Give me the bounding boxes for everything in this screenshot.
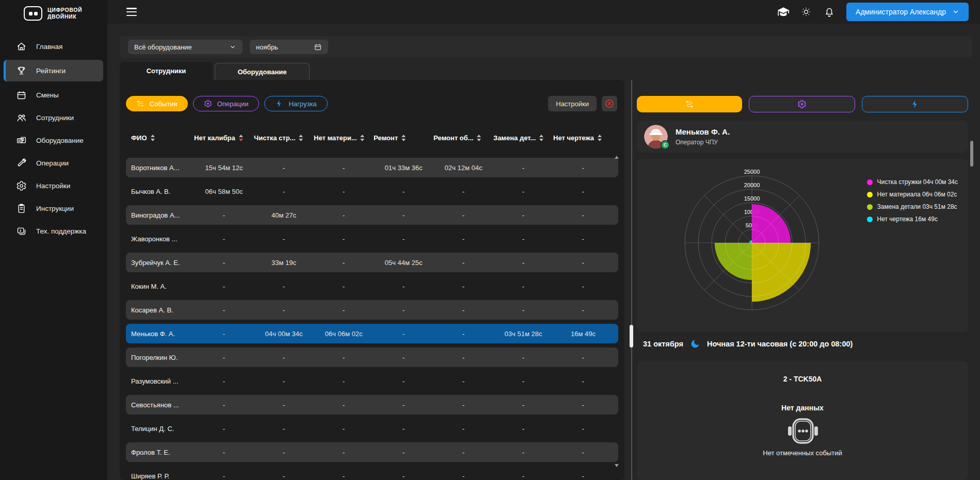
tab-employees[interactable]: Сотрудники xyxy=(120,62,213,80)
column-header-1[interactable]: Нет калибра xyxy=(194,134,254,142)
detail-load-toggle[interactable] xyxy=(862,96,968,112)
education-icon[interactable] xyxy=(777,6,789,18)
sort-arrows-icon[interactable] xyxy=(151,135,155,141)
sort-arrows-icon[interactable] xyxy=(239,135,243,141)
table-row[interactable]: Ширяев Р. Р.------- xyxy=(126,466,618,480)
duration-cell: - xyxy=(553,306,613,314)
table-row[interactable]: Фролов Т. Е.------- xyxy=(126,442,618,462)
duration-cell: 40м 27с xyxy=(254,211,314,219)
sidebar-item-settings[interactable]: Настройки xyxy=(0,175,107,196)
month-picker[interactable]: ноябрь xyxy=(250,40,328,54)
sidebar-item-equipment[interactable]: Оборудование xyxy=(0,129,107,151)
duration-cell: - xyxy=(194,377,254,385)
duration-cell: - xyxy=(194,211,254,219)
duration-cell: - xyxy=(433,283,493,290)
app-root: ЦИФРОВОЙ ДВОЙНИК ГлавнаяРейтингиСменыСот… xyxy=(0,0,980,480)
sidebar-item-tech-support[interactable]: Тех. поддержка xyxy=(0,220,107,242)
table-scroll-down-icon[interactable] xyxy=(615,464,619,467)
duration-cell: - xyxy=(374,472,433,480)
duration-cell: - xyxy=(374,425,433,433)
employee-name: Зубрейчук А. Е. xyxy=(131,259,194,267)
table-row[interactable]: Телицин Д. С.------- xyxy=(126,419,618,438)
sidebar-item-operations[interactable]: Операции xyxy=(0,152,107,174)
duration-cell: - xyxy=(194,235,254,243)
column-header-4[interactable]: Ремонт xyxy=(374,134,433,142)
table-scroll-up-icon[interactable] xyxy=(615,156,619,159)
table-row[interactable]: Севостьянов ...------- xyxy=(126,395,618,415)
theme-sun-icon[interactable] xyxy=(800,6,812,18)
calendar-icon xyxy=(314,43,322,51)
table-row[interactable]: Меньков Ф. А.-04ч 00м 34с06ч 06м 02с--03… xyxy=(126,324,618,343)
table-row[interactable]: Кокин М. А.------- xyxy=(126,276,618,296)
duration-cell: - xyxy=(553,401,613,409)
duration-cell: - xyxy=(194,330,254,338)
duration-cell: - xyxy=(194,472,254,480)
duration-cell: - xyxy=(254,425,314,433)
events-button[interactable]: События xyxy=(126,96,188,111)
duration-cell: - xyxy=(314,259,374,267)
main-scrollbar-track[interactable] xyxy=(631,80,632,480)
table-row[interactable]: Косарев А. В.------- xyxy=(126,300,618,320)
legend-item: Нет чертежа 16м 49с xyxy=(867,216,958,223)
duration-cell: - xyxy=(553,425,613,433)
duration-cell: 01ч 33м 36с xyxy=(374,164,433,172)
duration-cell: 16м 49с xyxy=(553,330,613,338)
duration-cell: 05ч 44м 25с xyxy=(374,259,433,267)
sort-arrows-icon[interactable] xyxy=(598,135,602,141)
sidebar-item-employees[interactable]: Сотрудники xyxy=(0,107,107,128)
sort-arrows-icon[interactable] xyxy=(477,135,481,141)
notifications-bell-icon[interactable] xyxy=(823,6,836,18)
main-scrollbar-thumb[interactable] xyxy=(630,325,633,347)
sidebar-item-home[interactable]: Главная xyxy=(0,36,107,57)
topbar: Администратор Александр xyxy=(107,0,980,24)
duration-cell: - xyxy=(374,283,433,290)
legend-dot-icon xyxy=(867,192,873,197)
detail-events-toggle[interactable] xyxy=(637,96,742,112)
duration-cell: 02ч 12м 04с xyxy=(433,164,493,172)
column-header-3[interactable]: Нет матери... xyxy=(314,134,374,142)
gear-icon xyxy=(204,100,212,108)
tab-equipment[interactable]: Оборудование xyxy=(215,63,310,80)
table-settings-button[interactable]: Настройки xyxy=(548,96,597,111)
sort-arrows-icon[interactable] xyxy=(401,135,406,141)
sidebar-item-ratings[interactable]: Рейтинги xyxy=(4,60,103,81)
table-row[interactable]: Виноградов А...-40м 27с----- xyxy=(126,205,618,225)
sort-arrows-icon[interactable] xyxy=(360,135,364,141)
column-header-6[interactable]: Замена дет... xyxy=(493,134,553,142)
table-row[interactable]: Воротников А...15ч 54м 12с--01ч 33м 36с0… xyxy=(126,158,618,177)
duration-cell: - xyxy=(194,449,254,456)
gear-icon xyxy=(15,180,27,191)
duration-cell: - xyxy=(254,449,314,456)
topbar-actions: Администратор Александр xyxy=(777,3,969,21)
duration-cell: - xyxy=(553,235,613,243)
right-panel-scrollbar-thumb[interactable] xyxy=(970,141,973,167)
duration-cell: - xyxy=(374,449,433,456)
employee-name: Севостьянов ... xyxy=(131,401,194,409)
duration-cell: - xyxy=(433,472,493,480)
table-row[interactable]: Жаворонков ...------- xyxy=(126,229,618,249)
duration-cell: - xyxy=(314,472,374,480)
table-row[interactable]: Зубрейчук А. Е.-33м 19с-05ч 44м 25с--- xyxy=(126,253,618,272)
equipment-select[interactable]: Всё оборудование xyxy=(128,40,243,54)
close-filter-button[interactable] xyxy=(602,96,617,111)
legend-dot-icon xyxy=(867,204,873,210)
duration-cell: - xyxy=(314,401,374,409)
load-button[interactable]: Нагрузка xyxy=(264,96,327,111)
column-header-7[interactable]: Нет чертежа xyxy=(553,134,613,142)
sidebar-item-instructions[interactable]: Инструкции xyxy=(0,197,107,219)
robot-icon xyxy=(784,416,821,448)
hamburger-menu-icon[interactable] xyxy=(126,8,137,16)
column-header-2[interactable]: Чистка стр... xyxy=(254,134,314,142)
sidebar-item-shifts[interactable]: Смены xyxy=(0,84,107,106)
table-row[interactable]: Разумовский ...------- xyxy=(126,371,618,391)
operations-button[interactable]: Операции xyxy=(193,96,260,111)
duration-cell: - xyxy=(314,377,374,385)
table-row[interactable]: Погорелкин Ю.------- xyxy=(126,347,618,367)
sort-arrows-icon[interactable] xyxy=(539,135,543,141)
column-header-5[interactable]: Ремонт об... xyxy=(433,134,493,142)
table-row[interactable]: Бычков А. В.06ч 58м 50с------ xyxy=(126,181,618,201)
user-menu-button[interactable]: Администратор Александр xyxy=(846,3,969,21)
sort-arrows-icon[interactable] xyxy=(299,135,303,141)
detail-operations-toggle[interactable] xyxy=(749,96,855,112)
column-header-0[interactable]: ФИО xyxy=(131,134,194,142)
